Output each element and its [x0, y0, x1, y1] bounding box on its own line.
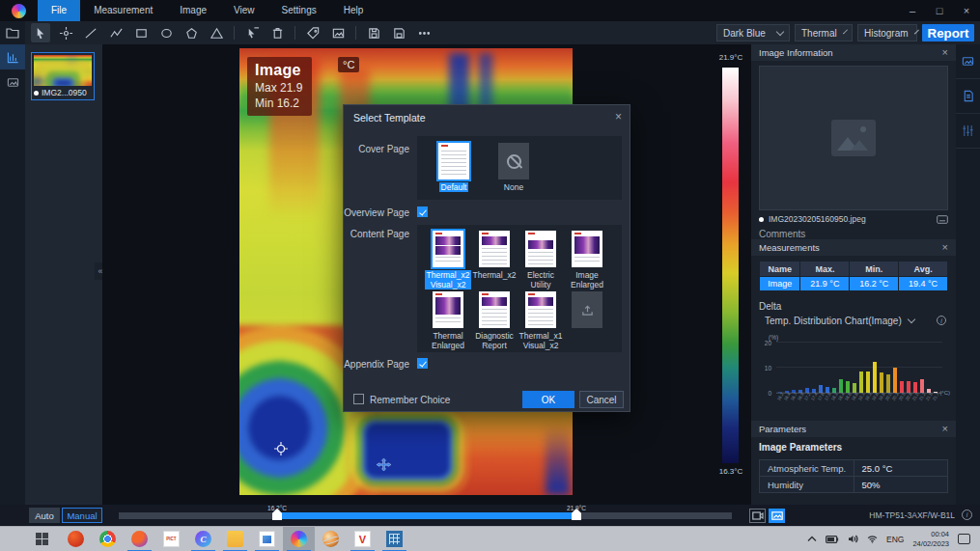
chart-type-selector[interactable]: Temp. Distribution Chart(Image): [765, 316, 914, 326]
menu-measurement[interactable]: Measurement: [80, 0, 166, 21]
template-thumbnail: [479, 291, 510, 328]
image-view-toggle[interactable]: [769, 509, 785, 523]
close-icon[interactable]: ×: [942, 421, 948, 437]
taskbar-clock[interactable]: 00:04 24/02/2023: [912, 530, 949, 548]
content-option-thermal-enlarged[interactable]: Thermal Enlarged: [425, 291, 471, 352]
cover-option-default[interactable]: Default: [431, 143, 477, 200]
taskbar-app-canva[interactable]: [187, 527, 219, 551]
histogram-x-tick: 21.2: [918, 396, 924, 401]
palette-value: Dark Blue: [723, 28, 766, 39]
more-tools-icon[interactable]: [414, 23, 434, 42]
select-tool-icon[interactable]: [31, 23, 50, 42]
content-option-diagnostic-report[interactable]: Diagnostic Report: [471, 291, 518, 352]
rename-icon[interactable]: [937, 215, 948, 224]
save-as-icon[interactable]: [364, 23, 383, 42]
delete-tool-icon[interactable]: [267, 23, 287, 42]
taskbar-app-pict[interactable]: PICT: [155, 527, 187, 551]
start-button[interactable]: [31, 527, 52, 551]
info-icon[interactable]: i: [937, 316, 946, 325]
deselect-tool-icon[interactable]: [242, 23, 262, 42]
view-dropdown[interactable]: Histogram: [857, 24, 917, 41]
battery-icon[interactable]: [826, 536, 839, 543]
menu-settings[interactable]: Settings: [268, 0, 330, 21]
taskbar-app-thermal-analyzer[interactable]: [283, 527, 315, 551]
stream-view-toggle[interactable]: [749, 509, 766, 523]
open-folder-button[interactable]: [0, 21, 25, 44]
maximize-button[interactable]: □: [926, 0, 953, 21]
temperature-colorbar[interactable]: [722, 68, 739, 463]
spot-tool-icon[interactable]: [56, 23, 75, 42]
menu-image[interactable]: Image: [166, 0, 220, 21]
appendix-page-checkbox[interactable]: [417, 358, 428, 369]
language-indicator[interactable]: ENG: [886, 535, 904, 544]
content-option-image-enlarged[interactable]: Image Enlarged: [564, 231, 610, 291]
chevron-down-icon: [776, 27, 784, 35]
content-option-upload[interactable]: [564, 291, 610, 352]
analysis-view-tab[interactable]: [0, 44, 25, 69]
polyline-tool-icon[interactable]: [106, 23, 126, 42]
settings-panel-toggle[interactable]: [956, 114, 980, 149]
taskbar-app-brave-beta[interactable]: [124, 527, 155, 551]
parameter-row[interactable]: Humidity 50%: [760, 477, 948, 493]
minimize-button[interactable]: –: [899, 0, 926, 21]
close-icon[interactable]: ×: [942, 239, 948, 256]
move-cursor-icon[interactable]: [377, 457, 391, 474]
tag-tool-icon[interactable]: [303, 23, 322, 42]
tray-expand-icon[interactable]: [807, 536, 817, 542]
menu-help[interactable]: Help: [330, 0, 378, 21]
rectangle-tool-icon[interactable]: [131, 23, 151, 42]
report-button[interactable]: Report: [922, 24, 974, 41]
overlay-title: Image: [255, 62, 302, 79]
cover-option-none[interactable]: None: [490, 143, 537, 200]
taskbar-app-chrome[interactable]: [92, 527, 124, 551]
taskbar-app-explorer[interactable]: [219, 527, 251, 551]
wifi-icon[interactable]: [867, 536, 878, 543]
ellipse-tool-icon[interactable]: [156, 23, 176, 42]
content-option-thermal-x2-visual-x2[interactable]: Thermal_x2 Visual_x2: [425, 231, 471, 291]
triangle-tool-icon[interactable]: [207, 23, 226, 42]
report-panel-toggle[interactable]: [956, 79, 980, 114]
cancel-button[interactable]: Cancel: [579, 391, 624, 408]
taskbar-app-calculator[interactable]: [378, 527, 410, 551]
image-info-panel-toggle[interactable]: [956, 44, 980, 79]
measurement-row-image[interactable]: Image 21.9 °C 16.2 °C 19.4 °C: [760, 277, 948, 291]
taskbar-app-planet[interactable]: [315, 527, 347, 551]
image-note-icon[interactable]: [328, 23, 348, 42]
content-page-label: Content Page: [344, 229, 409, 239]
remember-choice-checkbox[interactable]: [353, 394, 364, 404]
polygon-tool-icon[interactable]: [182, 23, 201, 42]
volume-icon[interactable]: [848, 535, 858, 543]
info-icon[interactable]: i: [962, 510, 972, 520]
left-rail: [0, 44, 25, 505]
template-thumbnail: [479, 231, 510, 267]
comments-label[interactable]: Comments: [759, 229, 805, 239]
colorbar-max-label: 21.9°C: [710, 53, 752, 62]
parameter-row[interactable]: Atmospheric Temp. 25.0 °C: [760, 460, 948, 477]
taskbar-app-brave[interactable]: [60, 527, 92, 551]
ok-button[interactable]: OK: [522, 391, 574, 408]
line-tool-icon[interactable]: [81, 23, 100, 42]
image-thumbnail-item[interactable]: IMG2...0950: [31, 52, 95, 100]
manual-scale-button[interactable]: Manual: [62, 508, 102, 523]
image-mode-dropdown[interactable]: Thermal: [795, 24, 853, 41]
spot-marker-icon[interactable]: [274, 442, 288, 457]
dialog-close-icon[interactable]: ×: [615, 110, 622, 124]
auto-scale-button[interactable]: Auto: [29, 508, 60, 523]
temperature-range-slider[interactable]: 16.2°C 21.9°C: [119, 512, 732, 519]
palette-dropdown[interactable]: Dark Blue: [716, 24, 790, 41]
taskbar-app-wps[interactable]: V: [347, 527, 378, 551]
content-option-thermal-x2[interactable]: Thermal_x2: [471, 231, 518, 291]
notification-center-icon[interactable]: [958, 534, 970, 544]
menu-view[interactable]: View: [220, 0, 268, 21]
gallery-view-tab[interactable]: [0, 69, 25, 95]
content-option-thermal-x1-visual-x2[interactable]: Thermal_x1 Visual_x2: [518, 291, 564, 352]
taskbar-app-photos[interactable]: [251, 527, 283, 551]
save-icon[interactable]: [389, 23, 408, 42]
overview-page-checkbox[interactable]: [417, 207, 428, 217]
chevron-down-icon: [843, 29, 848, 34]
menu-file[interactable]: File: [38, 0, 80, 21]
close-button[interactable]: ×: [953, 0, 980, 21]
close-icon[interactable]: ×: [942, 44, 948, 61]
content-option-electric-utility[interactable]: Electric Utility: [518, 231, 564, 291]
x-axis-unit: (°C): [939, 390, 950, 396]
